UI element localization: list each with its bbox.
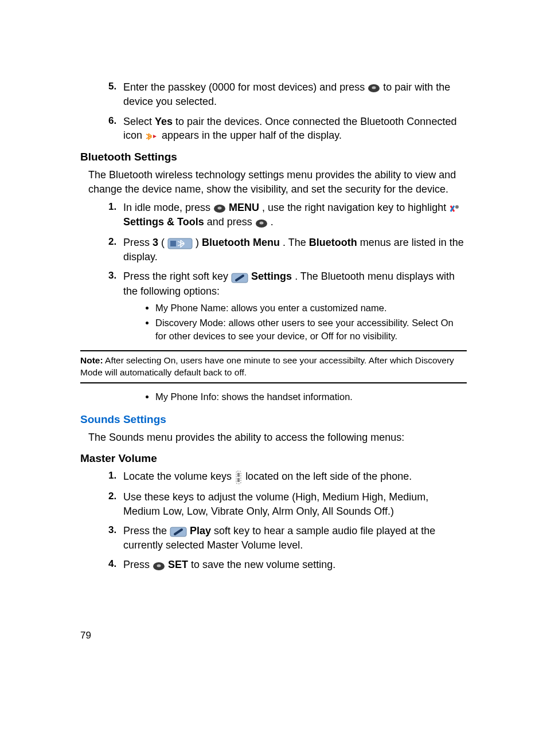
- ok-key-icon: [213, 201, 226, 215]
- step-5: 5. Enter the passkey (0000 for most devi…: [123, 80, 467, 109]
- menu-bold: MENU: [229, 202, 259, 213]
- svg-point-6: [259, 221, 263, 224]
- bt-step-2: 2. Press 3 ( ) Bluetooth Menu . The Blue…: [123, 236, 467, 264]
- svg-point-4: [455, 205, 459, 209]
- bt-step-1: 1. In idle mode, press MENU , use the ri…: [123, 201, 467, 230]
- svg-point-15: [157, 564, 161, 567]
- mv-step-3: 3. Press the Play soft key to hear a sam…: [123, 524, 467, 553]
- list-master-volume: 1. Locate the volume keys located on the…: [80, 469, 467, 573]
- ok-key-icon: [255, 216, 268, 229]
- svg-point-1: [372, 87, 376, 89]
- right-softkey-icon: [231, 271, 248, 284]
- heading-master-volume: Master Volume: [80, 452, 467, 465]
- right-softkey-icon: [170, 524, 187, 538]
- mv-step-2: 2. Use these keys to adjust the volume (…: [123, 490, 467, 518]
- step-6-text-a: Select: [123, 116, 155, 127]
- list-pairing-continued: 5. Enter the passkey (0000 for most devi…: [80, 80, 467, 143]
- note-label: Note:: [80, 355, 103, 365]
- bluetooth-settings-intro: The Bluetooth wireless technology settin…: [88, 168, 467, 196]
- mv-step-1: 1. Locate the volume keys located on the…: [123, 469, 467, 484]
- svg-rect-11: [237, 473, 240, 477]
- mv-step-4: 4. Press SET to save the new volume sett…: [123, 558, 467, 572]
- list-post-note: My Phone Info: shows the handset informa…: [80, 390, 467, 403]
- yes-bold: Yes: [155, 116, 173, 127]
- three-bold: 3: [153, 237, 158, 248]
- bullet-discovery-mode: Discovery Mode: allows other users to se…: [155, 316, 467, 342]
- bullet-my-phone-info: My Phone Info: shows the handset informa…: [155, 390, 467, 403]
- sounds-intro: The Sounds menu provides the ability to …: [88, 430, 467, 444]
- ok-key-icon: [368, 81, 380, 95]
- bt-step-3: 3. Press the right soft key Settings . T…: [123, 269, 467, 342]
- bluetooth-connected-icon: [145, 129, 159, 143]
- settings-bold: Settings: [251, 271, 292, 282]
- bluetooth-menu-icon: [167, 236, 193, 250]
- settings-tools-icon: [449, 201, 460, 215]
- step-6-text-c: appears in the upper half of the display…: [162, 130, 342, 141]
- settings-tools-bold: Settings & Tools: [123, 216, 204, 228]
- set-bold: SET: [168, 559, 188, 570]
- step-6: 6. Select Yes to pair the devices. Once …: [123, 115, 467, 143]
- play-bold: Play: [190, 525, 211, 536]
- svg-point-3: [218, 207, 222, 210]
- note-text: After selecting On, users have one minut…: [80, 355, 454, 377]
- list-bluetooth-settings: 1. In idle mode, press MENU , use the ri…: [80, 201, 467, 342]
- bluetooth-menu-bold: Bluetooth Menu: [202, 237, 280, 248]
- step-5-text-pre: Enter the passkey (0000 for most devices…: [123, 81, 368, 93]
- heading-bluetooth-settings: Bluetooth Settings: [80, 151, 467, 163]
- bluetooth-bold: Bluetooth: [309, 237, 357, 248]
- note-block: Note: After selecting On, users have one…: [80, 350, 467, 383]
- svg-rect-8: [170, 241, 176, 246]
- svg-rect-12: [237, 478, 240, 482]
- post-note-item: My Phone Info: shows the handset informa…: [123, 390, 467, 403]
- ok-key-icon: [153, 559, 165, 573]
- page-number: 79: [80, 630, 91, 641]
- page: 5. Enter the passkey (0000 for most devi…: [0, 0, 547, 756]
- bt-step-3-bullets: My Phone Name: allows you enter a custom…: [155, 301, 467, 342]
- bullet-my-phone-name: My Phone Name: allows you enter a custom…: [155, 301, 467, 314]
- heading-sounds-settings: Sounds Settings: [80, 413, 467, 426]
- volume-keys-icon: [235, 470, 243, 484]
